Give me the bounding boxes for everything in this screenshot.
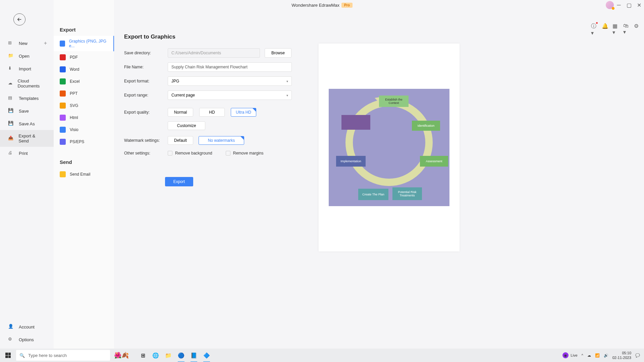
user-icon: 👤 <box>8 324 14 330</box>
sidebar-item-templates[interactable]: ▤ Templates <box>0 92 54 105</box>
user-avatar[interactable] <box>606 1 614 9</box>
cycle-ring <box>345 99 433 186</box>
app-title: Wondershare EdrawMax <box>291 3 339 8</box>
bell-icon[interactable]: 🔔 <box>602 23 608 29</box>
watermark-label: Watermark settings: <box>124 138 168 143</box>
download-icon: ⬇ <box>8 66 14 72</box>
news-widget[interactable]: 🌺🍂 <box>114 352 129 359</box>
edge-icon[interactable]: 🌐 <box>150 349 162 362</box>
mid-item-label: Html <box>70 115 78 120</box>
taskbar: 🔍 Type here to search 🌺🍂 ⊞ 🌐 📁 🔵 📘 🔷 ◉ L… <box>0 349 644 362</box>
sidebar-item-label: Export & Send <box>18 133 46 143</box>
sidebar-item-save[interactable]: 💾 Save <box>0 105 54 117</box>
mid-item-label: PS/EPS <box>70 139 84 144</box>
export-pdf[interactable]: PDF <box>54 51 114 63</box>
box-identification: Identification <box>412 121 440 131</box>
chrome-icon[interactable]: 🔵 <box>175 349 187 362</box>
range-select[interactable]: Current page <box>168 90 292 100</box>
sidebar-item-new[interactable]: ⊞ New + <box>0 37 54 50</box>
sidebar-item-label: Import <box>19 66 31 71</box>
quality-hd[interactable]: HD <box>199 108 225 117</box>
sidebar-item-label: Account <box>19 324 35 329</box>
wifi-icon[interactable]: 📶 <box>595 353 600 358</box>
export-icon: 📤 <box>8 135 14 141</box>
quality-ultra[interactable]: Ultra HD <box>231 108 256 117</box>
sidebar-item-label: New <box>19 41 28 46</box>
mid-item-label: PPT <box>70 91 77 96</box>
sidebar-item-cloud[interactable]: ☁ Cloud Documents <box>0 75 54 92</box>
sidebar-item-label: Print <box>19 151 28 156</box>
grid-icon[interactable]: ▦ ▾ <box>612 23 619 29</box>
sidebar-item-print[interactable]: 🖨 Print <box>0 147 54 160</box>
preview-panel: Establish the Context Identification Imp… <box>319 44 460 251</box>
export-excel[interactable]: Excel <box>54 75 114 87</box>
export-html[interactable]: Html <box>54 112 114 124</box>
excel-icon <box>60 78 66 84</box>
quality-customize[interactable]: Customize <box>168 121 205 130</box>
remove-bg-checkbox[interactable]: Remove background <box>168 151 212 156</box>
format-select[interactable]: JPG <box>168 76 292 86</box>
sidebar-item-label: Cloud Documents <box>18 78 46 88</box>
live-icon: ◉ <box>562 352 569 358</box>
filename-label: File Name: <box>124 65 168 69</box>
svg-icon <box>60 103 66 109</box>
sidebar-item-export[interactable]: 📤 Export & Send <box>0 130 54 147</box>
sidebar-item-options[interactable]: ⚙ Options <box>0 333 54 346</box>
mail-icon <box>60 171 66 177</box>
taskbar-clock[interactable]: 05:10 02-11-2023 <box>612 351 631 360</box>
taskbar-search[interactable]: 🔍 Type here to search <box>16 350 110 361</box>
onedrive-icon[interactable]: ☁ <box>587 353 591 358</box>
tray-chevron-icon[interactable]: ^ <box>582 353 583 357</box>
export-ppt[interactable]: PPT <box>54 87 114 100</box>
send-email[interactable]: Send Email <box>54 168 114 180</box>
notification-icon[interactable]: 💬 <box>635 353 640 358</box>
export-svg[interactable]: SVG <box>54 100 114 112</box>
help-icon[interactable]: ⓘ ▾ <box>591 23 597 29</box>
cloud-icon: ☁ <box>8 80 13 86</box>
taskview-icon[interactable]: ⊞ <box>137 349 149 362</box>
preview-canvas: Establish the Context Identification Imp… <box>329 89 449 206</box>
watermark-none[interactable]: No watermarks <box>199 136 244 145</box>
minimize-button[interactable]: ─ <box>616 3 621 7</box>
sidebar-item-label: Save As <box>19 121 35 126</box>
live-badge[interactable]: ◉ Live <box>562 352 577 358</box>
start-button[interactable] <box>0 349 16 362</box>
box-assessment: Assessment <box>420 156 448 167</box>
filename-input[interactable] <box>168 62 292 72</box>
shop-icon[interactable]: 🛍 ▾ <box>623 23 629 29</box>
export-button[interactable]: Export <box>165 177 193 186</box>
sidebar-item-open[interactable]: 📁 Open <box>0 50 54 62</box>
back-button[interactable] <box>13 13 25 25</box>
mid-item-label: Visio <box>70 127 78 132</box>
export-word[interactable]: Word <box>54 63 114 75</box>
other-label: Other settings: <box>124 151 168 156</box>
export-section-title: Export <box>54 23 114 36</box>
explorer-icon[interactable]: 📁 <box>162 349 174 362</box>
sidebar-item-account[interactable]: 👤 Account <box>0 320 54 333</box>
ppt-icon <box>60 90 66 97</box>
export-ps[interactable]: PS/EPS <box>54 136 114 148</box>
browse-button[interactable]: Browse <box>265 48 291 58</box>
volume-icon[interactable]: 🔊 <box>604 353 608 358</box>
add-icon[interactable]: + <box>44 40 47 46</box>
watermark-default[interactable]: Default <box>168 136 193 145</box>
search-icon: 🔍 <box>19 353 25 358</box>
maximize-button[interactable]: ▢ <box>627 3 631 7</box>
remove-margins-checkbox[interactable]: Remove margins <box>226 151 264 156</box>
edrawmax-icon[interactable]: 🔷 <box>201 349 213 362</box>
sidebar-item-saveas[interactable]: 💾 Save As <box>0 117 54 130</box>
range-label: Export range: <box>124 93 168 98</box>
mid-item-label: SVG <box>70 103 78 108</box>
sidebar-item-label: Options <box>19 337 34 342</box>
sidebar-item-import[interactable]: ⬇ Import <box>0 62 54 75</box>
close-button[interactable]: ✕ <box>637 3 641 7</box>
checkbox-box <box>168 151 172 156</box>
quality-normal[interactable]: Normal <box>168 108 193 117</box>
mid-item-label: Graphics (PNG, JPG e... <box>69 39 107 48</box>
settings-icon[interactable]: ⚙ <box>634 23 640 29</box>
html-icon <box>60 115 66 121</box>
box-treatments: Potential Risk Treatments <box>392 187 422 200</box>
export-visio[interactable]: Visio <box>54 124 114 136</box>
export-graphics[interactable]: Graphics (PNG, JPG e... <box>54 36 114 51</box>
word-icon[interactable]: 📘 <box>188 349 200 362</box>
